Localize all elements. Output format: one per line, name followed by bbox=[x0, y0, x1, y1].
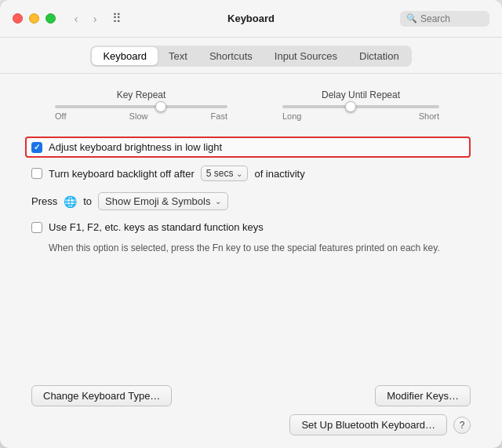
fkeys-description: When this option is selected, press the … bbox=[49, 241, 471, 255]
fkeys-section: Use F1, F2, etc. keys as standard functi… bbox=[31, 221, 471, 255]
press-label: Press bbox=[31, 195, 57, 207]
change-keyboard-type-button[interactable]: Change Keyboard Type… bbox=[31, 385, 172, 406]
content-area: Key Repeat Off Slow Fast Delay Until Rep… bbox=[0, 74, 502, 385]
delay-repeat-thumb[interactable] bbox=[345, 101, 356, 112]
backlight-prefix: Turn keyboard backlight off after bbox=[49, 168, 195, 180]
key-repeat-group: Key Repeat Off Slow Fast bbox=[31, 89, 251, 121]
to-label: to bbox=[83, 195, 92, 207]
backlight-row: Turn keyboard backlight off after 5 secs… bbox=[31, 166, 471, 181]
delay-repeat-short-label: Short bbox=[419, 111, 439, 121]
forward-button[interactable]: › bbox=[87, 11, 103, 27]
tabs-container: Keyboard Text Shortcuts Input Sources Di… bbox=[90, 46, 411, 67]
window-title: Keyboard bbox=[227, 13, 275, 24]
fkeys-label: Use F1, F2, etc. keys as standard functi… bbox=[49, 221, 264, 233]
key-repeat-thumb[interactable] bbox=[155, 101, 166, 112]
backlight-suffix: of inactivity bbox=[254, 168, 304, 180]
traffic-lights bbox=[13, 13, 56, 24]
key-repeat-slow-label: Slow bbox=[129, 111, 148, 121]
brightness-label: Adjust keyboard brightness in low light bbox=[49, 141, 222, 153]
key-repeat-label: Key Repeat bbox=[117, 89, 166, 100]
tab-input-sources[interactable]: Input Sources bbox=[264, 47, 348, 65]
titlebar: ‹ › ⠿ Keyboard 🔍 bbox=[0, 0, 502, 38]
search-box[interactable]: 🔍 bbox=[400, 11, 489, 27]
keyboard-preferences-window: ‹ › ⠿ Keyboard 🔍 Keyboard Text Shortcuts… bbox=[0, 0, 502, 448]
emoji-dropdown-arrow: ⌄ bbox=[215, 197, 221, 206]
bottom-row-secondary: Set Up Bluetooth Keyboard… ? bbox=[31, 414, 471, 435]
key-repeat-off-label: Off bbox=[55, 111, 66, 121]
search-input[interactable] bbox=[420, 13, 483, 24]
tab-keyboard[interactable]: Keyboard bbox=[92, 47, 158, 65]
bottom-area: Change Keyboard Type… Modifier Keys… Set… bbox=[0, 385, 502, 448]
set-up-bluetooth-button[interactable]: Set Up Bluetooth Keyboard… bbox=[289, 414, 447, 435]
nav-buttons: ‹ › bbox=[68, 11, 103, 27]
key-repeat-fast-label: Fast bbox=[211, 111, 227, 121]
close-button[interactable] bbox=[13, 13, 23, 24]
search-icon: 🔍 bbox=[406, 13, 417, 24]
fkeys-row: Use F1, F2, etc. keys as standard functi… bbox=[31, 221, 471, 233]
backlight-time-value: 5 secs bbox=[206, 168, 234, 179]
globe-icon: 🌐 bbox=[64, 195, 77, 208]
maximize-button[interactable] bbox=[45, 13, 56, 24]
delay-repeat-label: Delay Until Repeat bbox=[322, 89, 400, 100]
emoji-symbols-dropdown[interactable]: Show Emoji & Symbols ⌄ bbox=[98, 192, 228, 210]
brightness-checkbox[interactable] bbox=[31, 142, 42, 153]
fkeys-checkbox[interactable] bbox=[31, 222, 42, 233]
emoji-symbols-value: Show Emoji & Symbols bbox=[105, 195, 210, 207]
backlight-checkbox[interactable] bbox=[31, 168, 42, 179]
tabs-bar: Keyboard Text Shortcuts Input Sources Di… bbox=[0, 38, 502, 74]
backlight-dropdown-arrow: ⌄ bbox=[236, 169, 242, 178]
bottom-row-primary: Change Keyboard Type… Modifier Keys… bbox=[31, 385, 471, 406]
help-button[interactable]: ? bbox=[453, 417, 471, 434]
back-button[interactable]: ‹ bbox=[68, 11, 84, 27]
grid-icon[interactable]: ⠿ bbox=[112, 11, 122, 26]
sliders-row: Key Repeat Off Slow Fast Delay Until Rep… bbox=[31, 89, 471, 121]
tab-shortcuts[interactable]: Shortcuts bbox=[198, 47, 264, 65]
backlight-time-dropdown[interactable]: 5 secs ⌄ bbox=[201, 166, 249, 181]
delay-repeat-track[interactable] bbox=[282, 105, 439, 108]
key-repeat-track[interactable] bbox=[55, 105, 227, 108]
brightness-row: Adjust keyboard brightness in low light bbox=[25, 137, 471, 158]
tab-text[interactable]: Text bbox=[158, 47, 198, 65]
delay-repeat-group: Delay Until Repeat Long Short bbox=[251, 89, 471, 121]
delay-repeat-long-label: Long bbox=[282, 111, 301, 121]
modifier-keys-button[interactable]: Modifier Keys… bbox=[375, 385, 471, 406]
tab-dictation[interactable]: Dictation bbox=[348, 47, 410, 65]
minimize-button[interactable] bbox=[29, 13, 39, 24]
press-globe-row: Press 🌐 to Show Emoji & Symbols ⌄ bbox=[31, 192, 471, 210]
